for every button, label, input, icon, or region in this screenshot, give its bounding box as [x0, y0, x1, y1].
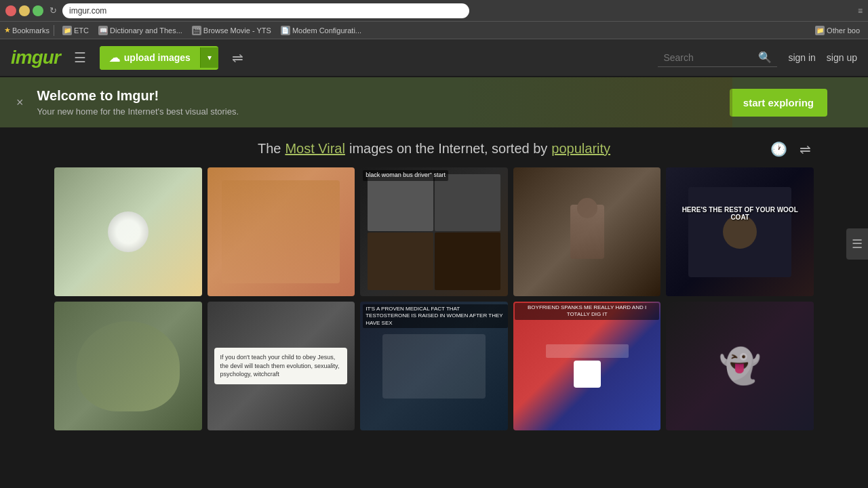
- bookmarks-bar: ★ Bookmarks 📁 ETC 📖 Dictionary and Thes.…: [0, 22, 868, 39]
- signin-link[interactable]: sign in: [788, 52, 815, 63]
- browser-minimize[interactable]: [19, 5, 30, 16]
- image-placeholder-3: [360, 167, 508, 296]
- site-header: imgur ☰ ☁ upload images ▾ ⇌ 🔍 sign in si…: [0, 39, 868, 77]
- browser-reload-btn[interactable]: ↻: [47, 5, 58, 16]
- auth-links: sign in sign up: [788, 52, 857, 63]
- image-item-6[interactable]: [54, 302, 202, 430]
- image-item-7[interactable]: If you don't teach your child to obey Je…: [208, 302, 355, 430]
- bookmark-label-modem: Modem Configurati...: [292, 26, 361, 35]
- search-box[interactable]: 🔍: [658, 48, 777, 67]
- signup-link[interactable]: sign up: [827, 52, 857, 63]
- bookmark-label-dictionary: Dictionary and Thes...: [110, 26, 182, 35]
- site-logo[interactable]: imgur: [11, 47, 60, 68]
- image-placeholder-9: [513, 302, 661, 430]
- bookmark-item-other[interactable]: 📁 Other boo: [811, 24, 864, 37]
- bookmark-item-dictionary[interactable]: 📖 Dictionary and Thes...: [94, 24, 186, 37]
- upload-icon: ☁: [109, 52, 120, 64]
- browser-maximize[interactable]: [33, 5, 43, 16]
- search-container: 🔍 sign in sign up: [658, 48, 857, 67]
- url-text: imgur.com: [69, 6, 106, 16]
- bookmark-label-etc: ETC: [74, 26, 89, 35]
- image-item-8[interactable]: IT'S A PROVEN MEDICAL FACT THAT TESTOSTE…: [360, 302, 508, 430]
- upload-main-btn[interactable]: ☁ upload images: [100, 46, 200, 70]
- logo-g: g: [32, 47, 43, 68]
- image-item-3[interactable]: black woman bus driver" start: [360, 167, 508, 296]
- bookmark-item-etc[interactable]: 📁 ETC: [58, 24, 93, 37]
- bookmarks-star-icon: ★: [4, 26, 11, 35]
- upload-dropdown-btn[interactable]: ▾: [200, 47, 218, 68]
- image-overlay-3: black woman bus driver" start: [363, 170, 448, 181]
- sort-actions: 🕐 ⇌: [768, 138, 814, 160]
- bookmark-item-modem[interactable]: 📄 Modem Configurati...: [277, 24, 366, 37]
- bookmark-icon-dictionary: 📖: [98, 26, 108, 35]
- hamburger-menu-btn[interactable]: ☰: [68, 47, 92, 68]
- bookmarks-separator: [54, 25, 54, 36]
- banner-decoration: [610, 77, 814, 127]
- browser-chrome: ↻ imgur.com ≡: [0, 0, 868, 22]
- image-item-4[interactable]: [513, 167, 661, 296]
- image-item-10[interactable]: 👻: [666, 302, 814, 430]
- image-placeholder-10: 👻: [666, 302, 814, 430]
- welcome-banner: × Welcome to Imgur! Your new home for th…: [0, 77, 868, 127]
- bookmark-icon-movie: 🎬: [192, 26, 201, 35]
- sort-header: The Most Viral images on the Internet, s…: [0, 127, 868, 167]
- bookmark-label-movie: Browse Movie - YTS: [203, 26, 271, 35]
- right-sidebar-btn[interactable]: ☰: [846, 228, 868, 260]
- image-overlay-5: HERE'S THE REST OF YOUR WOOL COAT: [673, 206, 806, 221]
- image-overlay-8: IT'S A PROVEN MEDICAL FACT THAT TESTOSTE…: [363, 304, 508, 328]
- image-item-2[interactable]: [208, 167, 355, 296]
- browser-close[interactable]: [5, 5, 16, 16]
- bookmark-item-movie[interactable]: 🎬 Browse Movie - YTS: [188, 24, 275, 37]
- image-placeholder-4: [513, 167, 661, 296]
- image-placeholder-7: If you don't teach your child to obey Je…: [208, 302, 355, 430]
- close-banner-btn[interactable]: ×: [14, 93, 26, 113]
- image-placeholder-5: [666, 167, 814, 296]
- bookmark-label-other: Other boo: [827, 26, 860, 35]
- sort-viral-link[interactable]: Most Viral: [285, 141, 345, 157]
- meme-text-7: If you don't teach your child to obey Je…: [220, 354, 339, 378]
- search-icon[interactable]: 🔍: [758, 51, 772, 64]
- upload-label: upload images: [124, 52, 191, 63]
- search-input[interactable]: [663, 52, 758, 63]
- image-placeholder-2: [208, 167, 355, 296]
- sort-prefix: The: [258, 141, 281, 157]
- image-grid-container: black woman bus driver" start HERE'S THE…: [0, 167, 868, 430]
- upload-button-group[interactable]: ☁ upload images ▾: [100, 46, 218, 70]
- logo-suffix: ur: [43, 47, 60, 68]
- image-placeholder-6: [54, 302, 202, 430]
- logo-prefix: im: [11, 47, 32, 68]
- image-item-1[interactable]: [54, 167, 202, 296]
- bookmark-icon-etc: 📁: [62, 26, 72, 35]
- sort-header-text: The Most Viral images on the Internet, s…: [258, 141, 610, 157]
- shuffle-btn[interactable]: ⇌: [226, 47, 249, 68]
- image-placeholder-1: [54, 167, 202, 296]
- main-content: The Most Viral images on the Internet, s…: [0, 127, 868, 437]
- bookmark-icon-modem: 📄: [281, 26, 290, 35]
- image-item-5[interactable]: HERE'S THE REST OF YOUR WOOL COAT: [666, 167, 814, 296]
- sort-clock-btn[interactable]: 🕐: [768, 138, 790, 160]
- sort-popularity-link[interactable]: popularity: [551, 141, 610, 157]
- image-item-9[interactable]: BOYFRIEND SPANKS ME REALLY HARD AND I TO…: [513, 302, 661, 430]
- sort-shuffle-btn[interactable]: ⇌: [797, 138, 814, 160]
- bookmark-icon-other: 📁: [815, 26, 825, 35]
- address-bar[interactable]: imgur.com: [62, 3, 469, 18]
- bookmarks-label: Bookmarks: [12, 26, 50, 35]
- browser-controls: [5, 5, 43, 16]
- sort-middle: images on the Internet, sorted by: [349, 141, 547, 157]
- image-overlay-9: BOYFRIEND SPANKS ME REALLY HARD AND I TO…: [515, 303, 660, 320]
- image-grid: black woman bus driver" start HERE'S THE…: [54, 167, 814, 430]
- browser-expand-icon: ≡: [858, 6, 863, 16]
